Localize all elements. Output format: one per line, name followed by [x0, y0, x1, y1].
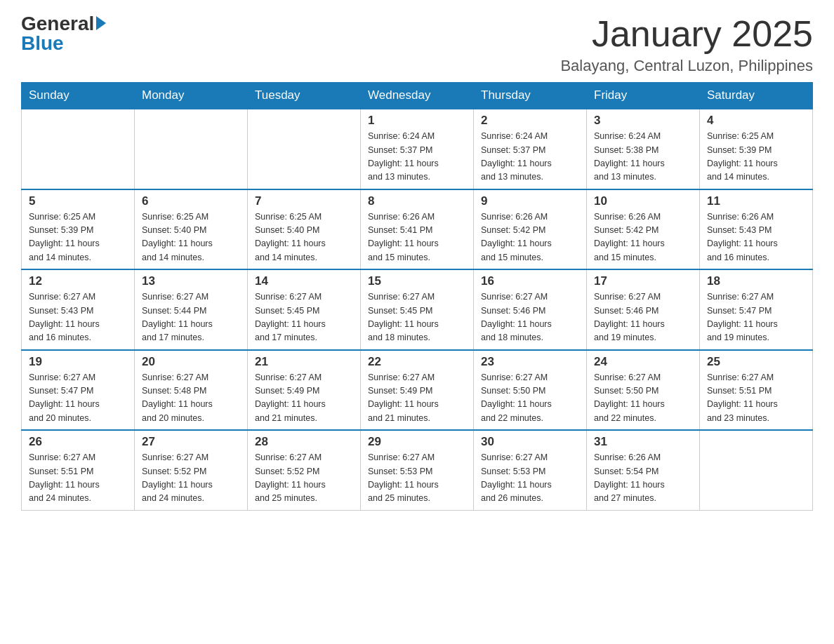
day-info: Sunrise: 6:27 AM Sunset: 5:53 PM Dayligh…: [481, 451, 579, 506]
day-info: Sunrise: 6:27 AM Sunset: 5:48 PM Dayligh…: [142, 371, 240, 426]
calendar-cell: 3Sunrise: 6:24 AM Sunset: 5:38 PM Daylig…: [587, 109, 700, 189]
weekday-header-sunday: Sunday: [22, 83, 135, 109]
day-number: 18: [707, 274, 805, 288]
day-number: 21: [255, 355, 353, 369]
day-number: 31: [594, 435, 692, 449]
calendar-cell: 8Sunrise: 6:26 AM Sunset: 5:41 PM Daylig…: [361, 189, 474, 270]
day-number: 6: [142, 194, 240, 208]
calendar-cell: 16Sunrise: 6:27 AM Sunset: 5:46 PM Dayli…: [474, 269, 587, 350]
day-number: 7: [255, 194, 353, 208]
day-number: 26: [29, 435, 127, 449]
calendar-cell: 28Sunrise: 6:27 AM Sunset: 5:52 PM Dayli…: [248, 430, 361, 510]
calendar-cell: 14Sunrise: 6:27 AM Sunset: 5:45 PM Dayli…: [248, 269, 361, 350]
day-number: 22: [368, 355, 466, 369]
calendar-cell: 23Sunrise: 6:27 AM Sunset: 5:50 PM Dayli…: [474, 350, 587, 431]
day-info: Sunrise: 6:25 AM Sunset: 5:40 PM Dayligh…: [142, 210, 240, 265]
calendar-cell: 17Sunrise: 6:27 AM Sunset: 5:46 PM Dayli…: [587, 269, 700, 350]
calendar-cell: 6Sunrise: 6:25 AM Sunset: 5:40 PM Daylig…: [135, 189, 248, 270]
logo: General Blue: [21, 14, 106, 53]
day-number: 27: [142, 435, 240, 449]
logo-triangle-icon: [96, 16, 106, 30]
day-number: 8: [368, 194, 466, 208]
day-info: Sunrise: 6:27 AM Sunset: 5:49 PM Dayligh…: [255, 371, 353, 426]
day-info: Sunrise: 6:27 AM Sunset: 5:44 PM Dayligh…: [142, 290, 240, 345]
calendar-cell: [700, 430, 813, 510]
calendar-cell: [22, 109, 135, 189]
day-info: Sunrise: 6:27 AM Sunset: 5:46 PM Dayligh…: [481, 290, 579, 345]
day-number: 1: [368, 114, 466, 128]
calendar-cell: 24Sunrise: 6:27 AM Sunset: 5:50 PM Dayli…: [587, 350, 700, 431]
day-number: 19: [29, 355, 127, 369]
day-info: Sunrise: 6:24 AM Sunset: 5:38 PM Dayligh…: [594, 130, 692, 185]
calendar-cell: 12Sunrise: 6:27 AM Sunset: 5:43 PM Dayli…: [22, 269, 135, 350]
day-info: Sunrise: 6:26 AM Sunset: 5:54 PM Dayligh…: [594, 451, 692, 506]
weekday-header-wednesday: Wednesday: [361, 83, 474, 109]
week-row-1: 1Sunrise: 6:24 AM Sunset: 5:37 PM Daylig…: [22, 109, 813, 189]
calendar-title: January 2025: [560, 14, 813, 54]
week-row-3: 12Sunrise: 6:27 AM Sunset: 5:43 PM Dayli…: [22, 269, 813, 350]
day-info: Sunrise: 6:27 AM Sunset: 5:51 PM Dayligh…: [707, 371, 805, 426]
calendar-cell: 11Sunrise: 6:26 AM Sunset: 5:43 PM Dayli…: [700, 189, 813, 270]
day-info: Sunrise: 6:25 AM Sunset: 5:40 PM Dayligh…: [255, 210, 353, 265]
weekday-header-thursday: Thursday: [474, 83, 587, 109]
day-number: 14: [255, 274, 353, 288]
day-info: Sunrise: 6:27 AM Sunset: 5:47 PM Dayligh…: [707, 290, 805, 345]
day-number: 2: [481, 114, 579, 128]
day-number: 28: [255, 435, 353, 449]
day-info: Sunrise: 6:27 AM Sunset: 5:43 PM Dayligh…: [29, 290, 127, 345]
day-number: 15: [368, 274, 466, 288]
day-number: 30: [481, 435, 579, 449]
calendar-cell: 7Sunrise: 6:25 AM Sunset: 5:40 PM Daylig…: [248, 189, 361, 270]
calendar-cell: 22Sunrise: 6:27 AM Sunset: 5:49 PM Dayli…: [361, 350, 474, 431]
weekday-header-tuesday: Tuesday: [248, 83, 361, 109]
day-info: Sunrise: 6:27 AM Sunset: 5:50 PM Dayligh…: [594, 371, 692, 426]
day-info: Sunrise: 6:24 AM Sunset: 5:37 PM Dayligh…: [368, 130, 466, 185]
day-number: 20: [142, 355, 240, 369]
week-row-4: 19Sunrise: 6:27 AM Sunset: 5:47 PM Dayli…: [22, 350, 813, 431]
calendar-cell: 5Sunrise: 6:25 AM Sunset: 5:39 PM Daylig…: [22, 189, 135, 270]
day-info: Sunrise: 6:25 AM Sunset: 5:39 PM Dayligh…: [29, 210, 127, 265]
calendar-cell: 29Sunrise: 6:27 AM Sunset: 5:53 PM Dayli…: [361, 430, 474, 510]
day-info: Sunrise: 6:26 AM Sunset: 5:41 PM Dayligh…: [368, 210, 466, 265]
calendar-cell: 13Sunrise: 6:27 AM Sunset: 5:44 PM Dayli…: [135, 269, 248, 350]
calendar-cell: 4Sunrise: 6:25 AM Sunset: 5:39 PM Daylig…: [700, 109, 813, 189]
day-number: 16: [481, 274, 579, 288]
day-info: Sunrise: 6:27 AM Sunset: 5:49 PM Dayligh…: [368, 371, 466, 426]
logo-blue-text: Blue: [21, 34, 64, 53]
weekday-header-monday: Monday: [135, 83, 248, 109]
day-number: 12: [29, 274, 127, 288]
day-info: Sunrise: 6:27 AM Sunset: 5:52 PM Dayligh…: [142, 451, 240, 506]
calendar-cell: [248, 109, 361, 189]
day-info: Sunrise: 6:26 AM Sunset: 5:43 PM Dayligh…: [707, 210, 805, 265]
weekday-header-friday: Friday: [587, 83, 700, 109]
day-number: 24: [594, 355, 692, 369]
day-number: 5: [29, 194, 127, 208]
calendar-cell: [135, 109, 248, 189]
calendar-cell: 1Sunrise: 6:24 AM Sunset: 5:37 PM Daylig…: [361, 109, 474, 189]
day-number: 29: [368, 435, 466, 449]
day-info: Sunrise: 6:27 AM Sunset: 5:45 PM Dayligh…: [368, 290, 466, 345]
day-info: Sunrise: 6:25 AM Sunset: 5:39 PM Dayligh…: [707, 130, 805, 185]
day-number: 9: [481, 194, 579, 208]
day-info: Sunrise: 6:26 AM Sunset: 5:42 PM Dayligh…: [594, 210, 692, 265]
day-number: 10: [594, 194, 692, 208]
day-info: Sunrise: 6:27 AM Sunset: 5:51 PM Dayligh…: [29, 451, 127, 506]
calendar-cell: 25Sunrise: 6:27 AM Sunset: 5:51 PM Dayli…: [700, 350, 813, 431]
title-block: January 2025 Balayang, Central Luzon, Ph…: [560, 14, 813, 75]
day-info: Sunrise: 6:27 AM Sunset: 5:47 PM Dayligh…: [29, 371, 127, 426]
weekday-header-saturday: Saturday: [700, 83, 813, 109]
day-info: Sunrise: 6:24 AM Sunset: 5:37 PM Dayligh…: [481, 130, 579, 185]
day-number: 13: [142, 274, 240, 288]
calendar-cell: 19Sunrise: 6:27 AM Sunset: 5:47 PM Dayli…: [22, 350, 135, 431]
day-number: 4: [707, 114, 805, 128]
calendar-cell: 18Sunrise: 6:27 AM Sunset: 5:47 PM Dayli…: [700, 269, 813, 350]
weekday-header-row: SundayMondayTuesdayWednesdayThursdayFrid…: [22, 83, 813, 109]
page-header: General Blue January 2025 Balayang, Cent…: [21, 14, 813, 75]
day-info: Sunrise: 6:26 AM Sunset: 5:42 PM Dayligh…: [481, 210, 579, 265]
calendar-table: SundayMondayTuesdayWednesdayThursdayFrid…: [21, 82, 813, 511]
calendar-cell: 31Sunrise: 6:26 AM Sunset: 5:54 PM Dayli…: [587, 430, 700, 510]
calendar-cell: 30Sunrise: 6:27 AM Sunset: 5:53 PM Dayli…: [474, 430, 587, 510]
calendar-cell: 9Sunrise: 6:26 AM Sunset: 5:42 PM Daylig…: [474, 189, 587, 270]
day-number: 23: [481, 355, 579, 369]
day-number: 17: [594, 274, 692, 288]
